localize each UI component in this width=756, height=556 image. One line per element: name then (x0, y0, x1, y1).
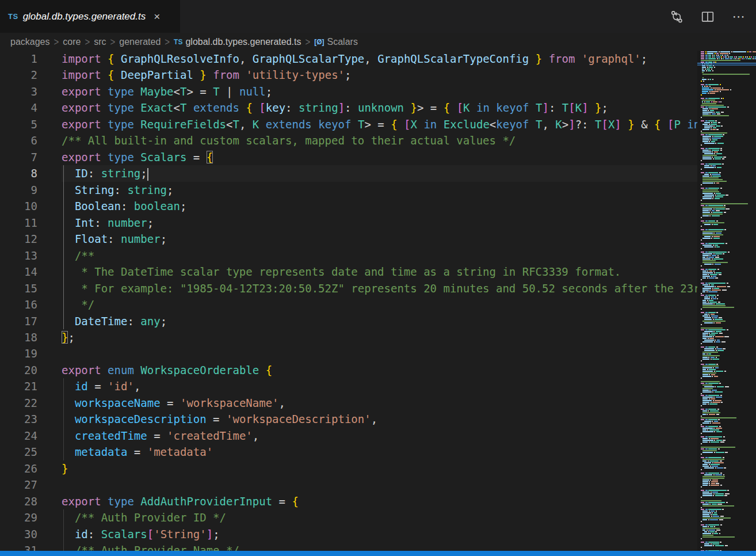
breadcrumb-item-generated[interactable]: generated (119, 37, 161, 47)
line-number[interactable]: 17 (0, 313, 39, 329)
line-number[interactable]: 27 (0, 477, 39, 493)
line-number[interactable]: 29 (0, 509, 39, 525)
code-token: /** (62, 249, 94, 262)
code-token: Scalars (140, 151, 186, 163)
line-number[interactable]: 18 (0, 329, 39, 345)
line-number[interactable]: 15 (0, 280, 39, 296)
code-line[interactable]: import { GraphQLResolveInfo, GraphQLScal… (62, 51, 697, 67)
breadcrumb-item-packages[interactable]: packages (10, 37, 50, 47)
minimap-row (701, 103, 755, 104)
line-number[interactable]: 31 (0, 542, 39, 551)
code-token: WorkspaceOrderable (140, 364, 259, 376)
breadcrumb-item-global-db-types-generated-ts[interactable]: TSglobal.db.types.generated.ts (174, 37, 301, 47)
code-line[interactable]: Boolean: boolean; (62, 198, 697, 214)
minimap-row (701, 143, 755, 144)
minimap-row (701, 157, 755, 158)
line-number[interactable]: 13 (0, 247, 39, 264)
split-editor-icon[interactable] (700, 9, 716, 25)
code-line[interactable]: Float: number; (62, 231, 697, 247)
minimap-row (701, 315, 755, 317)
line-number[interactable]: 16 (0, 296, 39, 313)
breadcrumb-item-core[interactable]: core (63, 37, 81, 47)
code-line[interactable]: Int: number; (62, 215, 697, 231)
code-token: export (62, 364, 101, 376)
line-number[interactable]: 10 (0, 198, 39, 214)
editor-actions: ⋯ (669, 0, 756, 33)
code-line[interactable]: /** (62, 247, 697, 264)
line-number[interactable]: 11 (0, 215, 39, 231)
code-editor[interactable]: 1234567891011121314151617181920212223242… (0, 51, 756, 551)
line-number[interactable]: 21 (0, 378, 39, 394)
code-line[interactable]: metadata = 'metadata' (62, 444, 697, 460)
code-line[interactable]: export type Exact<T extends { [key: stri… (62, 100, 697, 116)
code-line[interactable]: workspaceName = 'workspaceName', (62, 395, 697, 411)
code-line[interactable]: DateTime: any; (62, 313, 697, 329)
minimap-row (701, 241, 755, 242)
code-line[interactable]: /** All built-in and custom scalars, map… (62, 132, 697, 148)
code-token: > (562, 118, 568, 131)
line-number[interactable]: 30 (0, 526, 39, 542)
line-number[interactable]: 7 (0, 149, 39, 165)
more-actions-icon[interactable]: ⋯ (731, 9, 747, 25)
line-number[interactable]: 9 (0, 182, 39, 198)
line-number[interactable]: 6 (0, 132, 39, 148)
code-token: : (121, 200, 134, 212)
code-line[interactable]: export type AddAuthProviderInput = { (62, 493, 697, 509)
line-number[interactable]: 8 (0, 165, 39, 181)
tab-global-db-types[interactable]: TS global.db.types.generated.ts × (0, 0, 180, 33)
minimap-row (701, 82, 755, 83)
code-token: } (62, 462, 68, 475)
line-number[interactable]: 24 (0, 428, 39, 444)
code-token: : (114, 184, 128, 196)
line-number[interactable]: 25 (0, 444, 39, 460)
minimap-row (701, 117, 755, 118)
line-number[interactable]: 22 (0, 395, 39, 411)
code-line[interactable]: }; (62, 329, 697, 345)
breadcrumb-item-scalars[interactable]: [Ø]Scalars (314, 37, 358, 47)
line-number[interactable]: 12 (0, 231, 39, 247)
minimap-row (701, 212, 755, 213)
minimap-row (701, 181, 755, 182)
code-line[interactable]: * The DateTime scalar type represents da… (62, 264, 697, 280)
minimap-row (701, 219, 755, 220)
code-token: { (207, 151, 213, 163)
code-line[interactable]: export type Maybe<T> = T | null; (62, 83, 697, 100)
code-line[interactable]: String: string; (62, 182, 697, 198)
code-line[interactable]: id: Scalars['String']; (62, 526, 697, 542)
code-line[interactable]: /** Auth Provider Name */ (62, 542, 697, 551)
code-line[interactable]: id = 'id', (62, 378, 697, 394)
minimap-row (701, 300, 755, 301)
code-line[interactable]: workspaceDescription = 'workspaceDescrip… (62, 411, 697, 427)
code-token: = (186, 151, 206, 163)
line-number[interactable]: 19 (0, 345, 39, 361)
code-area[interactable]: import { GraphQLResolveInfo, GraphQLScal… (62, 51, 697, 551)
code-line[interactable]: export enum WorkspaceOrderable { (62, 362, 697, 378)
line-number[interactable]: 2 (0, 67, 39, 83)
code-line[interactable]: ID: string; (62, 165, 697, 181)
line-number[interactable]: 4 (0, 100, 39, 116)
code-line[interactable]: createdTime = 'createdTime', (62, 428, 697, 444)
line-number[interactable]: 20 (0, 362, 39, 378)
breadcrumb-item-src[interactable]: src (94, 37, 106, 47)
line-number[interactable]: 28 (0, 493, 39, 509)
minimap-row (701, 327, 755, 329)
line-number[interactable]: 1 (0, 51, 39, 67)
close-tab-icon[interactable]: × (154, 11, 160, 22)
code-line[interactable]: } (62, 460, 697, 477)
code-line[interactable] (62, 477, 697, 493)
line-number[interactable]: 5 (0, 116, 39, 132)
code-line[interactable]: */ (62, 296, 697, 313)
open-changes-icon[interactable] (669, 9, 685, 25)
line-number[interactable]: 3 (0, 83, 39, 100)
code-line[interactable]: import { DeepPartial } from 'utility-typ… (62, 67, 697, 83)
line-number[interactable]: 26 (0, 460, 39, 477)
line-number[interactable]: 23 (0, 411, 39, 427)
minimap-row (701, 286, 755, 287)
code-line[interactable]: /** Auth Provider ID */ (62, 509, 697, 525)
code-line[interactable]: * For example: "1985-04-12T23:20:50.52Z"… (62, 280, 697, 296)
code-line[interactable] (62, 345, 697, 361)
code-line[interactable]: export type Scalars = { (62, 149, 697, 165)
minimap[interactable] (697, 51, 756, 551)
code-line[interactable]: export type RequireFields<T, K extends k… (62, 116, 697, 132)
line-number[interactable]: 14 (0, 264, 39, 280)
